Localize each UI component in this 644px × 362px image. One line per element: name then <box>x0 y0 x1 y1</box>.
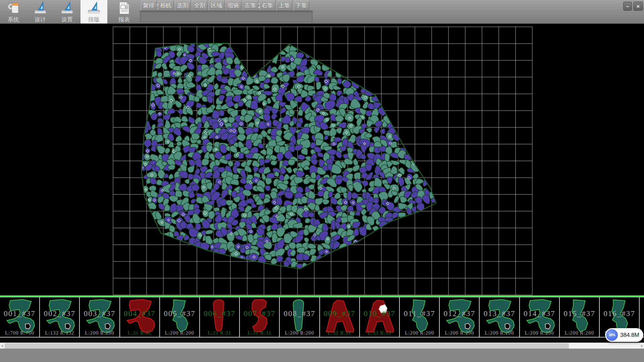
thumbnail-cell[interactable]: 007_#37L:31 R:31 <box>240 297 280 337</box>
app-tab-layout[interactable]: 排版 <box>80 0 107 23</box>
piece-lr-label: L:200 R:200 <box>520 330 559 336</box>
tool-panel <box>140 11 313 22</box>
piece-lr-label: L:200 R:200 <box>160 330 199 336</box>
piece-id-label: 001_#37 <box>0 309 39 318</box>
tool-button-cluster-nest[interactable]: 聚排 <box>141 1 157 11</box>
scroll-right-button[interactable]: › <box>639 343 644 349</box>
piece-lr-label: L:31 R:31 <box>240 330 279 336</box>
thumbnail-cell[interactable]: 002_#37L:132 R:132 <box>40 297 80 337</box>
tool-button-defect[interactable]: 瑕疵 <box>226 1 241 11</box>
piece-id-label: 007_#37 <box>240 309 279 318</box>
piece-lr-label: L:700 R:700 <box>0 330 39 336</box>
piece-id-label: 015_#37 <box>560 309 599 318</box>
app-tab-system[interactable]: 系统 <box>0 0 27 23</box>
tool-button-select-cut[interactable]: 选割 <box>175 1 191 11</box>
nest-canvas-svg[interactable] <box>0 24 644 295</box>
thumbnail-cells: 001_#37L:700 R:700002_#37L:132 R:132003_… <box>0 297 644 338</box>
piece-id-label: 013_#37 <box>480 309 519 318</box>
piece-id-label: 008_#37 <box>280 309 319 318</box>
thumbnail-cell[interactable]: 008_#37L:200 R:200 <box>280 297 320 337</box>
app-tab-label: 设置 <box>54 16 80 23</box>
piece-lr-label: L:132 R:132 <box>40 330 79 336</box>
tool-button-snap-left[interactable]: 左靠 <box>243 1 258 11</box>
thumbnail-cell[interactable]: 009_#37L:32 R:31 <box>320 297 360 337</box>
piece-id-label: 009_#37 <box>320 309 359 318</box>
progress-circle: 38% <box>606 329 618 341</box>
piece-id-label: 012_#37 <box>440 309 479 318</box>
piece-id-label: 004_#37 <box>120 309 159 318</box>
tool-button-snap-top[interactable]: 上靠 <box>276 1 292 11</box>
piece-id-label: 011_#37 <box>400 309 439 318</box>
app-tab-label: 排版 <box>80 16 107 23</box>
thumbnail-cell[interactable]: 005_#37L:200 R:200 <box>160 297 200 337</box>
thumbnail-cell[interactable]: 012_#37L:200 R:200 <box>440 297 480 337</box>
piece-lr-label: L:200 R:200 <box>400 330 439 336</box>
app-tab-label: 报表 <box>111 16 138 23</box>
piece-lr-label: L:21 R:21 <box>200 330 239 336</box>
tool-button-snap-bottom[interactable]: 下靠 <box>293 1 309 11</box>
app-tab-label: 设计 <box>27 16 54 23</box>
app-tab-settings[interactable]: 设置 <box>54 0 80 23</box>
thumbnail-cell[interactable]: 013_#37L:200 R:200 <box>480 297 520 337</box>
close-button[interactable]: × <box>633 2 643 11</box>
piece-id-label: 014_#37 <box>520 309 559 318</box>
piece-lr-label: L:32 R:31 <box>320 330 359 336</box>
tool-button-snap-right[interactable]: 右靠 <box>260 1 275 11</box>
piece-id-label: 006_#37 <box>200 309 239 318</box>
piece-lr-label: L:31 R:31 <box>120 330 159 336</box>
app-tab-report[interactable]: 报表 <box>111 0 138 23</box>
thumbnail-cell[interactable]: 001_#37L:700 R:700 <box>0 297 40 337</box>
piece-id-label: 016_#37 <box>600 309 639 318</box>
titlebar: 系统设计设置排版报表 属性编辑区域排料交互 聚排相机选割全割区域瑕疵左靠右靠上靠… <box>0 0 644 24</box>
scrollbar-thumb[interactable] <box>5 343 569 349</box>
memory-status-badge: 38% 384.8M <box>605 328 643 342</box>
thumbnail-cell[interactable]: 003_#37L:200 R:200 <box>80 297 120 337</box>
memory-label: 384.8M <box>620 328 639 342</box>
horizontal-scrollbar[interactable]: ‹ › <box>0 343 644 349</box>
app-tab-label: 系统 <box>0 16 27 23</box>
tool-button-camera[interactable]: 相机 <box>158 1 174 11</box>
tool-button-region[interactable]: 区域 <box>209 1 224 11</box>
tool-button-cut-all[interactable]: 全割 <box>192 1 208 11</box>
piece-id-label: 005_#37 <box>160 309 199 318</box>
status-bar <box>0 349 644 362</box>
nesting-canvas[interactable] <box>0 24 644 295</box>
minimize-button[interactable]: – <box>623 2 632 11</box>
piece-id-label: 0 <box>640 309 644 318</box>
thumbnail-cell[interactable]: 010_#37L:33 R:33 <box>360 297 400 337</box>
piece-id-label: 010_#37 <box>360 309 399 318</box>
scroll-left-button[interactable]: ‹ <box>0 343 5 349</box>
thumbnail-cell[interactable]: 006_#37L:21 R:21 <box>200 297 240 337</box>
piece-id-label: 002_#37 <box>40 309 79 318</box>
piece-lr-label: L:200 R:200 <box>440 330 479 336</box>
thumbnail-cell[interactable]: 014_#37L:200 R:200 <box>520 297 560 337</box>
app-tab-design[interactable]: 设计 <box>27 0 54 23</box>
piece-id-label: 003_#37 <box>80 309 119 318</box>
thumbnail-cell[interactable]: 011_#37L:200 R:200 <box>400 297 440 337</box>
piece-lr-label: L:200 R:200 <box>80 330 119 336</box>
nested-pieces <box>139 40 437 269</box>
piece-lr-label: L:200 R:200 <box>280 330 319 336</box>
thumbnail-strip: 001_#37L:700 R:700002_#37L:132 R:132003_… <box>0 295 644 343</box>
piece-lr-label: L:200 R:200 <box>560 330 599 336</box>
thumbnail-cell[interactable]: 015_#37L:200 R:200 <box>560 297 600 337</box>
piece-lr-label: L:33 R:33 <box>360 330 399 336</box>
thumbnail-cell[interactable]: 004_#37L:31 R:31 <box>120 297 160 337</box>
piece-lr-label: L:200 R:200 <box>480 330 519 336</box>
